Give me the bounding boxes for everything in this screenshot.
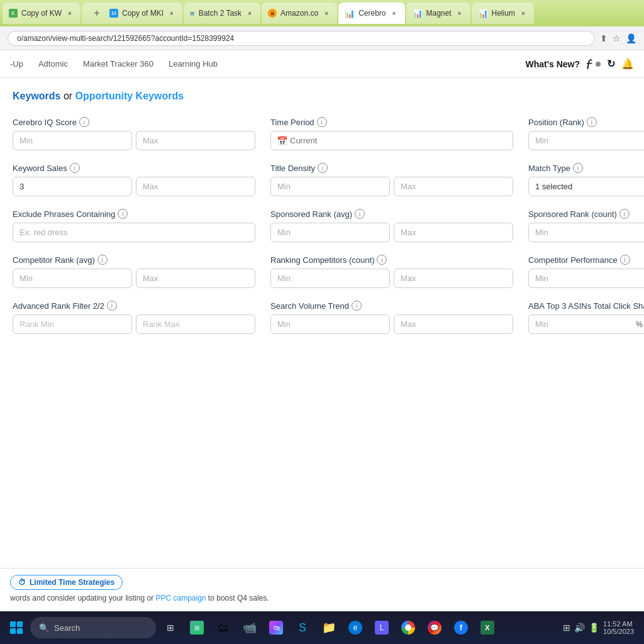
share-icon[interactable]: ⬆ (600, 33, 608, 43)
info-icon-ranking-competitors[interactable]: i (377, 255, 387, 265)
windows-start-button[interactable] (5, 616, 28, 639)
info-icon-search-volume-trend[interactable]: i (352, 301, 362, 311)
competitor-rank-avg-min[interactable] (13, 269, 132, 288)
title-density-min[interactable] (270, 177, 390, 196)
tab-batch[interactable]: ≡ Batch 2 Task × (184, 3, 260, 24)
bookmark-icon[interactable]: ☆ (613, 33, 621, 43)
taskbar-app-chrome[interactable] (396, 616, 420, 640)
filter-grid: Cerebro IQ Score i Time Period i 📅 Posit… (13, 117, 631, 334)
tray-network-icon[interactable]: ⊞ (563, 623, 570, 633)
taskbar-app-excel[interactable]: X (475, 616, 499, 640)
chrome-icon (401, 621, 415, 635)
taskbar-search-bar[interactable]: 🔍 Search (30, 617, 156, 638)
refresh-icon[interactable]: ↻ (607, 58, 615, 70)
taskbar-app-facebook[interactable]: f (449, 616, 473, 640)
taskbar-app-store[interactable]: 🛍 (264, 616, 288, 640)
info-icon-sponsored-rank-avg[interactable]: i (355, 209, 365, 219)
facebook-icon-taskbar: f (454, 621, 468, 635)
advanced-rank-min[interactable] (13, 314, 132, 334)
promo-text-content: words and consider updating your listing… (10, 594, 155, 602)
time-period-input[interactable] (270, 131, 513, 150)
filter-search-volume-trend: Search Volume Trend i (270, 301, 513, 334)
taskbar-app-circuit[interactable]: ⊞ (185, 616, 209, 640)
filter-label-cerebro-iq: Cerebro IQ Score i (13, 117, 255, 127)
keywords-label[interactable]: Keywords (13, 91, 60, 101)
tab-label-mk: Copy of MKI (122, 9, 164, 18)
tab-copy-kw[interactable]: K Copy of KW × (3, 3, 80, 24)
info-icon-time-period[interactable]: i (317, 117, 327, 127)
title-density-max[interactable] (394, 177, 513, 196)
taskbar-app-skype[interactable]: S (291, 616, 314, 640)
circuit-icon: ⊞ (190, 621, 204, 635)
tab-close-magnet[interactable]: × (455, 9, 464, 18)
tab-close-cerebro[interactable]: × (390, 9, 399, 18)
taskbar-app-folder[interactable]: 📁 (317, 616, 341, 640)
sponsored-rank-avg-min[interactable] (270, 223, 390, 242)
whats-new-label[interactable]: What's New? (525, 59, 580, 69)
keyword-sales-max[interactable] (136, 177, 255, 196)
notification-icon[interactable]: 🔔 (621, 58, 634, 70)
taskbar-app-files[interactable]: 🗂 (211, 616, 235, 640)
competitor-rank-avg-max[interactable] (136, 269, 255, 288)
nav-item-adtomic[interactable]: Adtomic (38, 57, 68, 71)
tab-magnet[interactable]: 📊 Magnet × (406, 3, 470, 24)
taskbar-app-loom[interactable]: L (370, 616, 394, 640)
tab-close-kw[interactable]: × (65, 9, 74, 18)
info-icon-keyword-sales[interactable]: i (70, 163, 80, 173)
cerebro-iq-min[interactable] (13, 131, 132, 150)
profile-icon[interactable]: 👤 (626, 33, 636, 43)
nav-item-learning-hub[interactable]: Learning Hub (169, 57, 218, 71)
tray-volume-icon[interactable]: 🔊 (574, 623, 585, 633)
ranking-competitors-max[interactable] (394, 269, 513, 288)
url-input[interactable] (8, 31, 595, 46)
tab-amazon[interactable]: a Amazon.co × (262, 3, 337, 24)
facebook-icon[interactable]: 𝓯 (586, 57, 589, 70)
taskbar-app-zoom[interactable]: 📹 (238, 616, 262, 640)
info-icon-sponsored-rank-count[interactable]: i (619, 209, 630, 219)
tab-close-batch[interactable]: × (245, 9, 254, 18)
tab-helium[interactable]: 📊 Helium × (472, 3, 534, 24)
tab-close-helium[interactable]: × (519, 9, 528, 18)
filter-aba-top3: ABA Top 3 ASINs Total Click Share i % % (528, 301, 644, 334)
new-tab-icon[interactable]: + (88, 4, 106, 22)
position-rank-min[interactable] (528, 131, 644, 150)
tab-close-mk[interactable]: × (167, 9, 176, 18)
tab-cerebro[interactable]: 📊 Cerebro × (338, 3, 404, 24)
taskbar-app-edge[interactable]: e (343, 616, 367, 640)
promo-text: words and consider updating your listing… (10, 594, 634, 602)
info-icon-advanced-rank[interactable]: i (107, 301, 117, 311)
cerebro-iq-max[interactable] (136, 131, 255, 150)
taskbar-app-task-view[interactable]: ⊞ (158, 616, 182, 640)
info-icon-position-rank[interactable]: i (587, 117, 597, 127)
aba-top3-min[interactable] (528, 314, 644, 334)
advanced-rank-max[interactable] (136, 314, 255, 334)
nav-item-up[interactable]: -Up (10, 57, 23, 71)
nav-item-market-tracker[interactable]: Market Tracker 360 (83, 57, 153, 71)
info-icon-cerebro-iq[interactable]: i (79, 117, 89, 127)
search-volume-trend-max[interactable] (394, 314, 513, 334)
tray-battery-icon[interactable]: 🔋 (589, 623, 599, 633)
filter-cerebro-iq: Cerebro IQ Score i (13, 117, 255, 150)
exclude-phrases-input[interactable] (13, 223, 255, 242)
keyword-sales-min[interactable] (13, 177, 132, 196)
tab-copy-mk[interactable]: + M Copy of MKI × (82, 3, 182, 24)
match-type-select[interactable]: 1 selected Broad Exact Phrase (528, 177, 644, 196)
ranking-competitors-min[interactable] (270, 269, 390, 288)
promo-text-end: to boost Q4 sales. (208, 594, 269, 602)
info-icon-competitor-performance[interactable]: i (620, 255, 630, 265)
info-icon-competitor-rank-avg[interactable]: i (97, 255, 108, 265)
limited-time-strategies-button[interactable]: ⏱ Limited Time Strategies (10, 575, 123, 590)
promo-ppc-link[interactable]: PPC campaign (155, 594, 206, 602)
opportunity-keywords-link[interactable]: Opportunity Keywords (75, 91, 184, 101)
tab-favicon-kw: K (9, 9, 18, 18)
tab-close-amazon[interactable]: × (322, 9, 331, 18)
info-icon-title-density[interactable]: i (318, 163, 328, 173)
competitor-performance-min[interactable] (528, 269, 644, 288)
filter-label-time-period: Time Period i (270, 117, 513, 127)
sponsored-rank-avg-max[interactable] (394, 223, 513, 242)
search-volume-trend-min[interactable] (270, 314, 390, 334)
info-icon-match-type[interactable]: i (573, 163, 583, 173)
sponsored-rank-count-min[interactable] (528, 223, 644, 242)
taskbar-app-messenger[interactable]: 💬 (423, 616, 447, 640)
info-icon-exclude-phrases[interactable]: i (118, 209, 128, 219)
